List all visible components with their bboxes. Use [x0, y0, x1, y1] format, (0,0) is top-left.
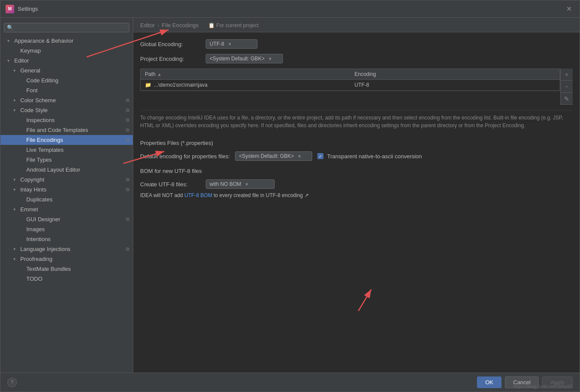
- sidebar-item-inlay-hints[interactable]: ▾Inlay Hints⧉: [0, 185, 133, 194]
- sidebar-label: Copyright: [20, 176, 44, 183]
- sidebar-label: General: [20, 67, 40, 74]
- sidebar-item-duplicates[interactable]: Duplicates: [0, 194, 133, 204]
- sidebar-label: Duplicates: [26, 196, 53, 203]
- sidebar-item-keymap[interactable]: Keymap: [0, 46, 133, 56]
- settings-dialog: M Settings ✕ 🔍 ▾Appearance & Behavior Ke…: [0, 0, 580, 392]
- global-encoding-value: UTF-8: [210, 41, 224, 47]
- bom-create-arrow: ▼: [245, 182, 249, 187]
- content-header: Editor › File Encodings 📋 For current pr…: [133, 18, 580, 32]
- sidebar-label: TODO: [26, 276, 42, 282]
- sidebar-items-container: ▾Appearance & Behavior Keymap▾Editor▾Gen…: [0, 36, 133, 284]
- bom-info-link[interactable]: UTF-8 BOM: [184, 192, 212, 198]
- bom-create-dropdown[interactable]: with NO BOM ▼: [206, 179, 275, 189]
- table-actions: ＋ － ✎: [560, 69, 573, 105]
- sidebar-label: File Types: [26, 157, 52, 163]
- sidebar-item-images[interactable]: Images: [0, 224, 133, 234]
- search-icon: 🔍: [7, 25, 13, 31]
- main-content: 🔍 ▾Appearance & Behavior Keymap▾Editor▾G…: [0, 18, 580, 373]
- encoding-value: UTF-8: [354, 82, 369, 88]
- ok-button[interactable]: OK: [477, 376, 502, 388]
- sort-icon: ▲: [157, 72, 162, 77]
- bom-create-label: Create UTF-8 files:: [140, 181, 201, 188]
- remove-row-button[interactable]: －: [561, 81, 573, 93]
- properties-encoding-label: Default encoding for properties files:: [140, 153, 230, 160]
- sidebar-label: Code Style: [20, 107, 48, 113]
- watermark: https://blog.csdn.net/SimplG: [513, 384, 573, 389]
- sidebar-label: Inspections: [26, 117, 55, 123]
- bom-create-row: Create UTF-8 files: with NO BOM ▼: [140, 179, 573, 189]
- folder-icon: 📁: [145, 82, 151, 88]
- copy-icon: ⧉: [126, 187, 129, 192]
- global-encoding-arrow: ▼: [228, 42, 232, 47]
- expand-arrow-icon: ▾: [13, 187, 19, 192]
- sidebar-item-textmate-bundles[interactable]: TextMate Bundles: [0, 264, 133, 274]
- sidebar: 🔍 ▾Appearance & Behavior Keymap▾Editor▾G…: [0, 18, 133, 373]
- help-button[interactable]: ?: [7, 378, 17, 387]
- sidebar-item-font[interactable]: Font: [0, 85, 133, 95]
- for-current-project: 📋 For current project: [208, 22, 259, 28]
- sidebar-item-language-injections[interactable]: ▾Language Injections⧉: [0, 244, 133, 254]
- sidebar-label: Proofreading: [20, 256, 52, 262]
- for-current-project-label: For current project: [216, 22, 259, 28]
- path-value: ...\demo1\src\main\java: [154, 82, 207, 88]
- sidebar-item-inspections[interactable]: Inspections⧉: [0, 115, 133, 125]
- sidebar-item-live-templates[interactable]: Live Templates: [0, 145, 133, 155]
- checkmark-icon: ✓: [319, 154, 322, 159]
- global-encoding-dropdown[interactable]: UTF-8 ▼: [206, 39, 257, 49]
- sidebar-item-file-encodings[interactable]: File Encodings⧉: [0, 135, 133, 145]
- title-bar: M Settings ✕: [0, 0, 580, 18]
- sidebar-label: Color Scheme: [20, 97, 56, 103]
- search-box[interactable]: 🔍: [4, 23, 129, 32]
- sidebar-label: Intentions: [26, 236, 50, 242]
- sidebar-item-file-code-templates[interactable]: File and Code Templates⧉: [0, 125, 133, 135]
- project-encoding-row: Project Encoding: <System Default: GBK> …: [140, 54, 573, 63]
- sidebar-label: Editor: [14, 57, 29, 64]
- sidebar-label: Inlay Hints: [20, 186, 47, 193]
- properties-section-title: Properties Files (*.properties): [140, 138, 573, 148]
- breadcrumb-sep: ›: [157, 22, 159, 28]
- sidebar-item-intentions[interactable]: Intentions: [0, 234, 133, 244]
- sidebar-item-code-style[interactable]: ▾Code Style⧉: [0, 105, 133, 115]
- breadcrumb-part1: Editor: [140, 22, 155, 28]
- sidebar-item-copyright[interactable]: ▾Copyright⧉: [0, 175, 133, 185]
- table-header-path[interactable]: Path ▲: [141, 69, 350, 79]
- search-input[interactable]: [15, 25, 126, 31]
- sidebar-item-code-editing[interactable]: Code Editing: [0, 75, 133, 85]
- expand-arrow-icon: ▾: [13, 177, 19, 182]
- sidebar-item-todo[interactable]: TODO: [0, 274, 133, 284]
- copy-icon: ⧉: [126, 216, 129, 222]
- sidebar-item-gui-designer[interactable]: GUI Designer⧉: [0, 214, 133, 224]
- sidebar-label: File Encodings: [26, 137, 63, 143]
- sidebar-item-proofreading[interactable]: ▾Proofreading: [0, 254, 133, 264]
- sidebar-item-general[interactable]: ▾General: [0, 66, 133, 75]
- copy-icon: ⧉: [126, 97, 129, 103]
- copy-icon: ⧉: [126, 117, 129, 123]
- sidebar-item-color-scheme[interactable]: ▾Color Scheme⧉: [0, 95, 133, 105]
- sidebar-item-emmet[interactable]: ▾Emmet: [0, 204, 133, 214]
- sidebar-item-android-layout[interactable]: Android Layout Editor: [0, 165, 133, 175]
- sidebar-item-editor[interactable]: ▾Editor: [0, 56, 133, 66]
- close-button[interactable]: ✕: [564, 4, 574, 14]
- content-body: Global Encoding: UTF-8 ▼ Project Encodin…: [133, 32, 580, 373]
- table-cell-path: 📁 ...\demo1\src\main\java: [141, 80, 350, 90]
- add-row-button[interactable]: ＋: [561, 69, 573, 81]
- sidebar-label: Appearance & Behavior: [14, 38, 73, 44]
- content-area: Editor › File Encodings 📋 For current pr…: [133, 18, 580, 373]
- copy-icon: ⧉: [126, 177, 129, 182]
- copy-icon: ⧉: [126, 107, 129, 113]
- sidebar-item-file-types[interactable]: File Types: [0, 155, 133, 165]
- expand-arrow-icon: ▾: [7, 38, 13, 43]
- table-row[interactable]: 📁 ...\demo1\src\main\java UTF-8: [141, 80, 560, 91]
- edit-row-button[interactable]: ✎: [561, 93, 573, 105]
- expand-arrow-icon: ▾: [13, 68, 19, 73]
- table-header-encoding[interactable]: Encoding: [350, 69, 560, 79]
- transparent-conversion-checkbox[interactable]: ✓: [317, 153, 323, 159]
- sidebar-label: Android Layout Editor: [26, 166, 80, 173]
- sidebar-label: Live Templates: [26, 147, 63, 153]
- bom-section: BOM for new UTF-8 files Create UTF-8 fil…: [140, 166, 573, 198]
- properties-encoding-dropdown[interactable]: <System Default: GBK> ▼: [235, 151, 312, 161]
- sidebar-label: TextMate Bundles: [26, 266, 71, 272]
- breadcrumb: Editor › File Encodings: [140, 22, 199, 28]
- project-encoding-dropdown[interactable]: <System Default: GBK> ▼: [206, 54, 283, 63]
- sidebar-item-appearance[interactable]: ▾Appearance & Behavior: [0, 36, 133, 46]
